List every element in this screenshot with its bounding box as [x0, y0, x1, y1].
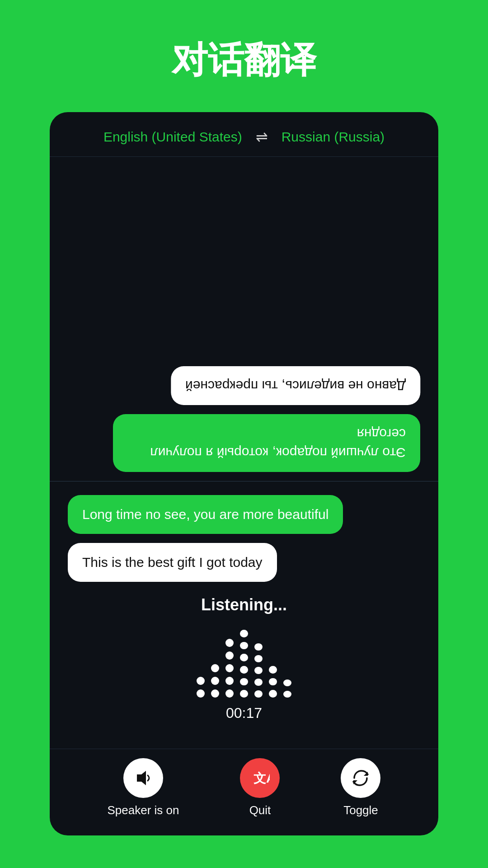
- swap-icon[interactable]: ⇌: [256, 128, 268, 146]
- wave-dot: [254, 667, 263, 674]
- wave-dot: [254, 690, 263, 698]
- wave-dot: [254, 679, 263, 686]
- speaker-icon: [133, 768, 153, 788]
- wave-col-7: [283, 679, 291, 698]
- toggle-button[interactable]: [341, 758, 380, 798]
- speaker-button[interactable]: [123, 758, 163, 798]
- wave-dot: [225, 677, 234, 685]
- speaker-label: Speaker is on: [108, 803, 179, 817]
- wave-dot: [269, 690, 277, 698]
- wave-dot: [197, 689, 205, 698]
- message-russian-1: Это лучший подарок, который я получил се…: [113, 414, 420, 472]
- message-english-2: This is the best gift I got today: [68, 543, 277, 582]
- wave-dot: [225, 651, 234, 660]
- translate-icon: 文A: [250, 768, 270, 788]
- wave-col-1: [197, 670, 205, 698]
- chat-area: Давно не виделись, ты прекрасней Это луч…: [50, 157, 438, 749]
- timer-display: 00:17: [226, 705, 262, 722]
- listening-label: Listening...: [201, 595, 287, 614]
- wave-col-5: [254, 643, 263, 698]
- wave-dot: [283, 691, 291, 698]
- wave-dot: [240, 690, 248, 698]
- message-russian-2: Давно не виделись, ты прекрасней: [171, 366, 420, 405]
- svg-text:文A: 文A: [253, 771, 270, 785]
- quit-button[interactable]: 文A: [240, 758, 280, 798]
- toggle-label: Toggle: [343, 803, 378, 817]
- wave-col-6: [269, 666, 277, 698]
- controls-bar: Speaker is on 文A Quit: [50, 749, 438, 835]
- message-english-1: Long time no see, you are more beautiful: [68, 495, 343, 534]
- listening-area: Listening...: [68, 586, 420, 735]
- bottom-messages: Long time no see, you are more beautiful…: [68, 481, 420, 586]
- app-card: English (United States) ⇌ Russian (Russi…: [50, 112, 438, 835]
- wave-dot: [211, 664, 219, 672]
- waveform: [197, 625, 291, 698]
- wave-dot: [240, 666, 248, 674]
- top-messages: Давно не виделись, ты прекрасней Это луч…: [68, 170, 420, 481]
- page-title: 对话翻译: [172, 36, 316, 85]
- wave-dot: [225, 639, 234, 647]
- wave-dot: [211, 689, 219, 698]
- wave-dot: [254, 655, 263, 662]
- lang-from[interactable]: English (United States): [103, 129, 242, 145]
- toggle-icon: [351, 768, 371, 788]
- wave-dot: [211, 677, 219, 685]
- wave-dot: [283, 679, 291, 686]
- svg-marker-0: [137, 771, 146, 785]
- wave-dot: [240, 654, 248, 661]
- quit-control[interactable]: 文A Quit: [240, 758, 280, 817]
- wave-col-4: [240, 630, 248, 698]
- quit-label: Quit: [249, 803, 271, 817]
- lang-to[interactable]: Russian (Russia): [282, 129, 385, 145]
- wave-col-3: [225, 639, 234, 698]
- lang-header: English (United States) ⇌ Russian (Russi…: [50, 112, 438, 157]
- wave-dot: [269, 666, 277, 674]
- speaker-control[interactable]: Speaker is on: [108, 758, 179, 817]
- wave-col-2: [211, 657, 219, 698]
- wave-dot: [240, 642, 248, 650]
- wave-dot: [269, 678, 277, 686]
- toggle-control[interactable]: Toggle: [341, 758, 380, 817]
- wave-dot: [225, 689, 234, 698]
- wave-dot: [240, 630, 248, 637]
- wave-dot: [240, 678, 248, 686]
- wave-dot: [254, 643, 263, 651]
- wave-dot: [225, 664, 234, 672]
- wave-dot: [197, 677, 205, 685]
